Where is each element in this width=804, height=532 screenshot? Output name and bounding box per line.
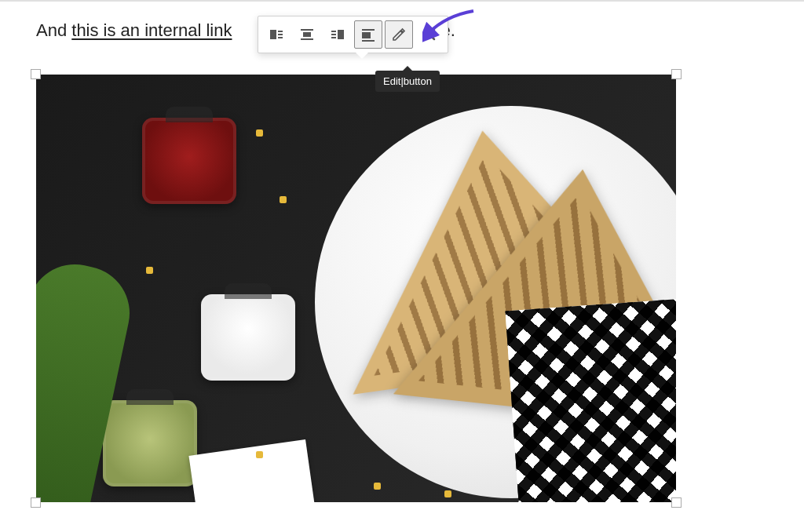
align-center-button[interactable] [293,20,321,49]
pencil-icon [391,27,407,42]
align-center-icon [299,27,315,42]
svg-rect-4 [301,29,313,31]
image-toolbar [258,16,448,53]
svg-rect-3 [278,37,283,38]
svg-rect-2 [278,34,283,35]
close-icon [422,27,437,42]
editor-image[interactable] [36,75,676,502]
svg-rect-0 [270,30,276,39]
align-left-button[interactable] [262,20,291,49]
svg-rect-5 [303,32,311,37]
image-content-corn [256,129,263,137]
svg-rect-10 [331,37,336,38]
image-content-sauce-red [142,118,236,204]
svg-rect-6 [301,38,313,40]
image-content-corn [280,196,287,203]
selected-image-container[interactable] [36,75,676,502]
resize-handle-top-left[interactable] [31,69,41,79]
svg-rect-8 [331,31,336,32]
svg-rect-9 [331,34,336,35]
resize-handle-top-right[interactable] [671,69,682,79]
align-right-button[interactable] [323,20,352,49]
align-none-icon [360,27,376,42]
edit-button[interactable] [385,20,413,49]
image-content-napkin [188,439,315,502]
svg-rect-12 [362,32,371,38]
internal-link[interactable]: this is an internal link [71,20,232,40]
svg-rect-1 [278,31,283,32]
svg-rect-13 [362,40,375,42]
svg-rect-11 [362,29,375,31]
image-content-corn [374,483,381,490]
align-none-button[interactable] [354,20,382,49]
tooltip: Edit|button [375,71,440,92]
image-content-checkered-cloth [506,298,676,502]
resize-handle-bottom-left[interactable] [31,497,41,508]
image-content-corn [256,451,263,458]
resize-handle-bottom-right[interactable] [671,497,682,508]
align-right-icon [330,27,345,42]
svg-rect-7 [338,30,344,39]
image-content-sauce-green [103,400,197,486]
image-content-sauce-white [201,294,295,381]
remove-button[interactable] [415,20,444,49]
image-content-corn [444,490,451,497]
text-prefix: And [36,20,71,40]
image-content-corn [146,267,153,274]
align-left-icon [269,27,284,42]
